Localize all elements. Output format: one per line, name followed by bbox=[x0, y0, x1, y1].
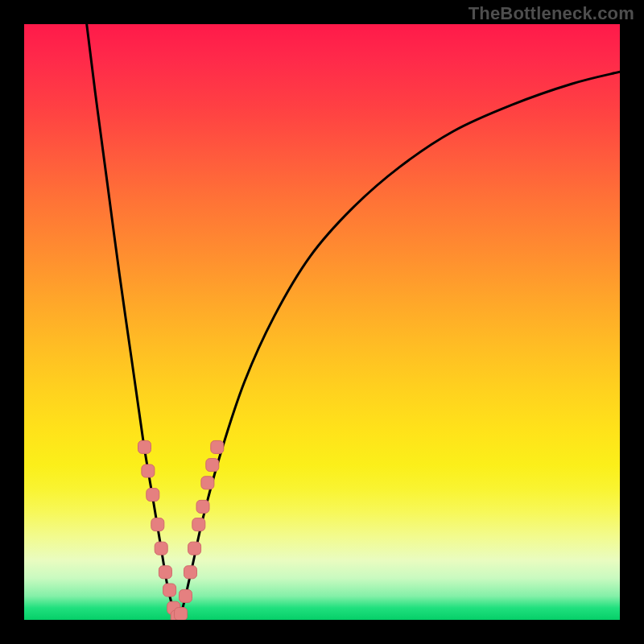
curve-layer bbox=[24, 24, 620, 620]
bottleneck-curve bbox=[87, 24, 620, 620]
curve-marker bbox=[163, 584, 176, 597]
marker-group bbox=[138, 440, 224, 620]
curve-marker bbox=[184, 566, 197, 579]
curve-marker bbox=[151, 518, 164, 531]
curve-marker bbox=[155, 542, 167, 555]
curve-marker bbox=[192, 518, 205, 531]
curve-marker bbox=[175, 608, 188, 620]
plot-area bbox=[24, 24, 620, 620]
curve-marker bbox=[147, 489, 159, 502]
curve-marker bbox=[138, 440, 151, 453]
curve-marker bbox=[206, 459, 219, 472]
curve-marker bbox=[159, 566, 171, 579]
curve-marker bbox=[211, 440, 224, 453]
curve-marker bbox=[201, 477, 214, 489]
chart-frame: TheBottleneck.com bbox=[0, 0, 644, 644]
watermark-text: TheBottleneck.com bbox=[469, 3, 634, 24]
curve-marker bbox=[142, 464, 155, 477]
curve-marker bbox=[196, 500, 209, 513]
curve-marker bbox=[188, 542, 201, 555]
curve-marker bbox=[180, 589, 192, 602]
